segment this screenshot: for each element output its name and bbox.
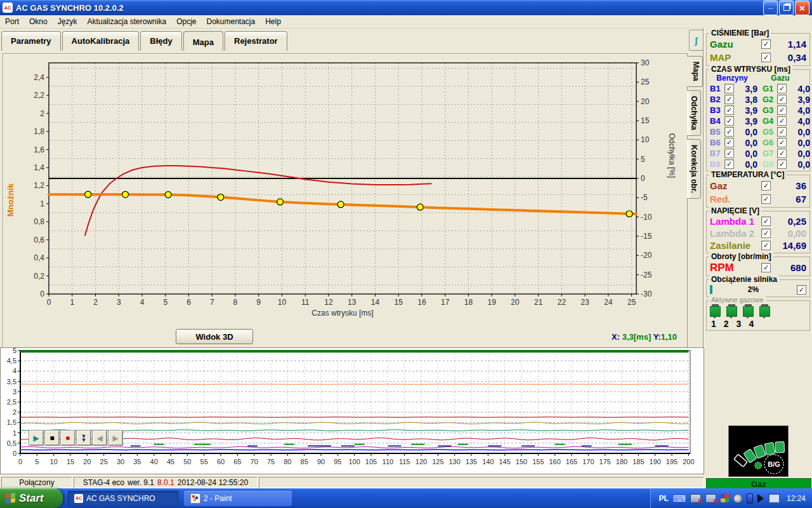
language-indicator[interactable]: PL [658,494,668,503]
task-button-paint[interactable]: 2 - Paint [184,491,292,506]
tab-parametry[interactable]: Parametry [1,31,61,51]
g4-label: G4 [763,116,777,126]
rpm-value: 680 [771,262,806,273]
tab-mapa[interactable]: Mapa [183,31,223,51]
scroll-right-button[interactable] [108,430,123,446]
b7-checkbox[interactable] [724,149,734,158]
g8-checkbox[interactable] [777,159,787,169]
svg-text:20: 20 [511,298,520,307]
side-tab-odchylka[interactable]: Odchyłka [687,90,701,136]
stop-button[interactable] [44,430,60,446]
svg-text:95: 95 [334,458,341,465]
rpm-row: RPM 680 [709,261,808,274]
view-3d-button[interactable]: Widok 3D [176,329,253,344]
scroll-left-button[interactable] [92,430,107,446]
start-button[interactable]: Start [0,488,63,508]
menu-opcje[interactable]: Opcje [171,16,201,27]
device-info-cell: STAG-4 eco wer. 9.1 8.0.1 2012-08-24 12:… [74,477,258,488]
svg-text:2,2: 2,2 [34,91,44,100]
g7-checkbox[interactable] [777,149,787,158]
detach-button[interactable] [689,30,704,51]
b8-checkbox[interactable] [724,159,734,169]
menu-port[interactable]: Port [0,16,24,27]
volume-icon[interactable] [757,494,764,503]
start-label: Start [19,492,44,505]
injection-map-chart[interactable]: 00,20,40,60,811,21,41,61,822,22,43025201… [3,54,686,327]
display-icon[interactable] [768,493,780,504]
window-title: AC GAS SYNCHRO 10.2.0.2 [16,3,762,13]
play-button[interactable] [29,430,44,446]
b3-checkbox[interactable] [724,105,734,115]
security-tray-icon[interactable] [721,494,729,502]
svg-text:0,5: 0,5 [7,439,16,447]
injection-row-6: B6 0,0 G6 0,0 [709,137,808,148]
network-disconnected-icon[interactable] [690,494,701,503]
g2-value: 3,9 [787,95,810,105]
side-tab-mapa[interactable]: Mapa [687,56,703,87]
network-disconnected-icon-2[interactable] [705,494,716,503]
temp-red-checkbox[interactable] [761,194,771,204]
stop-icon [49,434,54,442]
side-tab-korekcja[interactable]: Korekcja obr. [687,139,701,199]
injection-row-4: B4 3,9 G4 4,0 [709,116,808,126]
g4-checkbox[interactable] [777,116,787,126]
menu-aktualizacja[interactable]: Aktualizacja sterownika [82,16,171,27]
menu-okno[interactable]: Okno [24,16,53,27]
engine-load-row: 2% [709,284,808,295]
b4-checkbox[interactable] [724,116,734,126]
engine-load-checkbox[interactable] [797,285,806,295]
zasilanie-checkbox[interactable] [761,241,771,250]
svg-text:0,8: 0,8 [34,217,44,226]
svg-text:0: 0 [47,298,51,307]
gray-speaker-icon[interactable] [733,494,742,503]
svg-text:15: 15 [641,116,650,125]
b1-checkbox[interactable] [724,84,734,93]
menu-jezyk[interactable]: Język [53,16,82,27]
g5-checkbox[interactable] [777,127,787,137]
gas-level-gauge[interactable]: B/G [728,425,789,477]
g3-checkbox[interactable] [777,105,787,115]
record-button[interactable] [60,430,75,446]
menu-dokumentacja[interactable]: Dokumentacja [201,16,260,27]
b5-checkbox[interactable] [724,127,734,137]
tab-bledy[interactable]: Błędy [140,31,181,51]
tab-rejestrator[interactable]: Rejestrator [225,31,287,51]
svg-text:23: 23 [580,298,589,307]
close-button[interactable] [795,1,809,15]
g1-checkbox[interactable] [777,84,787,93]
svg-text:1: 1 [70,298,74,307]
task-button-acgas[interactable]: AC GAS SYNCHRO [68,491,179,506]
engine-load-title: Obciążenie silnika [709,275,779,284]
svg-text:2,5: 2,5 [7,398,16,406]
g6-checkbox[interactable] [777,138,787,147]
injection-row-1: B1 3,9 G1 4,0 [709,83,808,94]
pressure-map-checkbox[interactable] [761,53,771,62]
battery-icon[interactable] [747,493,753,504]
b4-value: 3,9 [735,116,757,126]
restore-button[interactable] [779,1,794,15]
svg-text:3,5: 3,5 [7,378,16,385]
svg-text:180: 180 [616,458,627,465]
keyboard-icon[interactable] [673,493,686,504]
temp-gaz-checkbox[interactable] [761,181,771,190]
temp-red-label: Red. [710,194,761,204]
minimize-button[interactable] [763,1,778,15]
tab-autokalibracja[interactable]: AutoKalibracja [62,31,140,51]
rpm-checkbox[interactable] [761,263,771,272]
readout-x-value: 3,3[ms] [622,332,652,342]
menu-help[interactable]: Help [260,16,286,27]
svg-text:110: 110 [383,458,394,465]
b6-checkbox[interactable] [724,138,734,147]
svg-text:5: 5 [641,155,645,164]
lambda1-checkbox[interactable] [761,217,771,226]
b6-value: 0,0 [735,138,757,148]
b2-checkbox[interactable] [724,95,734,104]
lambda2-checkbox[interactable] [761,229,771,238]
pressure-gazu-checkbox[interactable] [761,39,771,49]
injector-icons [709,305,808,317]
scroll-down-button[interactable] [76,430,91,446]
svg-text:85: 85 [301,458,308,465]
svg-text:0,2: 0,2 [34,272,44,281]
g2-checkbox[interactable] [777,95,787,104]
svg-text:1,8: 1,8 [34,127,44,136]
